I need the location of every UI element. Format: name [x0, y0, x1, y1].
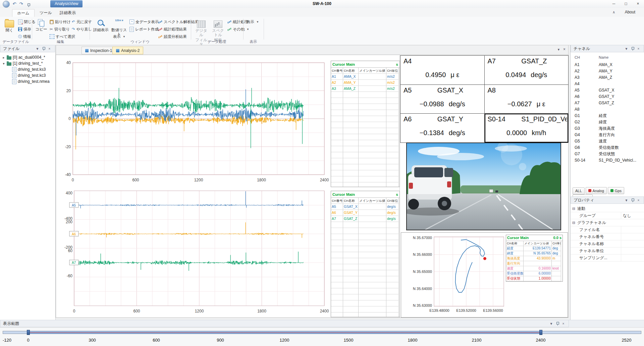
document-tab-analysis-2[interactable]: Analysis-2: [112, 47, 143, 54]
tab-detail-view[interactable]: 詳細表示: [55, 9, 80, 16]
channel-row-A5[interactable]: A5GSAT_X: [571, 87, 644, 94]
save-button[interactable]: 保存: [18, 26, 31, 33]
cursor-value-table-acceleration[interactable]: Cursor MainsCH番号CH名称メインカーソル値CH単位A1AMA_Xm…: [331, 61, 400, 187]
collapse-ribbon-icon[interactable]: ∧: [612, 10, 615, 14]
cut-button[interactable]: ✂ 切り取り: [50, 26, 70, 33]
property-row[interactable]: チャネル名称: [571, 240, 644, 247]
expander-icon[interactable]: ▸: [2, 56, 5, 59]
channel-row-A4[interactable]: A4: [571, 81, 644, 87]
tree-item-folder[interactable]: ▸[0] ac_dual0004_*: [0, 54, 55, 60]
info-button[interactable]: ⓘ 情報: [18, 33, 31, 40]
all-data-view-button[interactable]: ~ 全データ表示: [129, 18, 159, 25]
spectrum-result-button[interactable]: スペクトル解析結果: [158, 18, 199, 25]
numeric-display-S0-14[interactable]: S0-14S1_PID_0D_Ve0.0000km/h: [485, 114, 569, 142]
tree-item-file[interactable]: driving_test.nmea: [0, 78, 55, 84]
select-all-button[interactable]: すべて選択: [50, 33, 75, 40]
channel-row-A3[interactable]: A3AMA_Z: [571, 74, 644, 81]
statistics-button[interactable]: 統計処理: [227, 18, 248, 25]
close-icon[interactable]: ×: [636, 47, 641, 51]
dropdown-icon[interactable]: ▼: [624, 47, 629, 51]
dropdown-icon[interactable]: ▼: [35, 47, 40, 51]
channel-row-A1[interactable]: A1AMA_X: [571, 62, 644, 68]
tab-list-dropdown-icon[interactable]: ▼: [557, 48, 560, 51]
channel-row-G6[interactable]: G6受信衛星数: [571, 145, 644, 151]
channel-row-G7[interactable]: G7受信状態: [571, 151, 644, 157]
property-row[interactable]: サンプリング...: [571, 254, 644, 262]
dropdown-icon[interactable]: ▼: [624, 198, 629, 202]
numeric-list-button[interactable]: 数値リスト: [111, 18, 127, 33]
pin-icon[interactable]: [555, 322, 560, 326]
range-end-handle[interactable]: [539, 330, 542, 335]
channel-row-G1[interactable]: G1経度: [571, 113, 644, 119]
filter-button-all[interactable]: ALL: [573, 187, 585, 194]
tab-home[interactable]: ホーム: [12, 9, 35, 17]
undo-icon[interactable]: ↶: [11, 1, 17, 7]
copy-button[interactable]: コピー: [34, 18, 48, 32]
channel-row-G2[interactable]: G2緯度: [571, 119, 644, 125]
maximize-button[interactable]: □: [620, 0, 632, 8]
channel-row-G5[interactable]: G5速度: [571, 138, 644, 145]
open-file-button[interactable]: 開く: [2, 18, 17, 33]
numeric-display-A6[interactable]: A6GSAT_Y−0.1384deg/s: [400, 114, 484, 142]
collapse-box-icon[interactable]: ⊟: [572, 219, 575, 226]
tab-close-icon[interactable]: ×: [563, 47, 566, 52]
channel-row-A6[interactable]: A6GSAT_Y: [571, 94, 644, 100]
numeric-display-A5[interactable]: A5GSAT_X−0.0988deg/s: [400, 85, 484, 114]
minimize-button[interactable]: ─: [608, 0, 620, 8]
property-row[interactable]: グループなし: [571, 212, 644, 219]
channel-row-S0-14[interactable]: S0-14S1_PID_0D_Vehicl...: [571, 157, 644, 164]
close-icon[interactable]: ×: [636, 198, 641, 202]
cursor-value-table-gyro[interactable]: Cursor MainsCH番号CH名称メインカーソル値CH単位A5GSAT_X…: [331, 191, 400, 317]
app-logo-icon[interactable]: [3, 1, 10, 8]
application-menu-button[interactable]: AnalysisView: [50, 0, 83, 7]
gyro-waveform-svg[interactable]: 0600120018002400400-400A5200-200A660-60A…: [61, 188, 329, 317]
property-group-連動[interactable]: ⊟連動: [571, 205, 644, 212]
about-button[interactable]: About: [625, 10, 635, 14]
undo-button[interactable]: ↶ 元に戻す: [72, 18, 92, 25]
property-row[interactable]: チャネル番号: [571, 233, 644, 240]
tree-item-file[interactable]: driving_test.kc3: [0, 72, 55, 78]
numeric-display-A7[interactable]: A7GSAT_Z0.0494deg/s: [485, 56, 569, 84]
filter-button-gps[interactable]: Gps: [608, 187, 624, 194]
tree-item-file[interactable]: driving_test.ks3: [0, 66, 55, 72]
pin-icon[interactable]: [630, 198, 635, 203]
gyro-waveform-chart[interactable]: 0600120018002400400-400A5200-200A660-60A…: [61, 188, 329, 317]
detail-view-button[interactable]: 詳細表示: [92, 18, 110, 32]
spectrum-analysis-button[interactable]: スペクトル 解析: [210, 18, 226, 42]
redo-icon[interactable]: ↷: [18, 1, 24, 7]
acceleration-waveform-chart[interactable]: 060012001800240040200-20-40: [61, 58, 329, 186]
tab-tools[interactable]: ツール: [35, 9, 57, 16]
numeric-display-A8[interactable]: A8−0.0627μ ε: [485, 85, 569, 114]
close-file-button[interactable]: 閉じる: [18, 18, 36, 25]
expander-icon[interactable]: ▾: [2, 62, 5, 65]
pin-icon[interactable]: [41, 47, 46, 51]
gps-cursor-table[interactable]: Cursor Main0.0 sCH名称メインカーソル値CH単位経度E139.5…: [506, 235, 563, 282]
channel-row-G3[interactable]: G3海抜高度: [571, 125, 644, 132]
view-dropdown[interactable]: 表示 ▼: [247, 18, 259, 25]
property-row[interactable]: チャネル単位: [571, 247, 644, 254]
create-report-button[interactable]: レポート作成: [129, 26, 159, 33]
numeric-display-A4[interactable]: A40.4950μ ε: [400, 56, 484, 84]
collapse-box-icon[interactable]: ⊟: [572, 205, 575, 212]
close-icon[interactable]: ×: [561, 322, 566, 326]
range-start-handle[interactable]: [27, 330, 30, 335]
other-processing-dropdown[interactable]: その他 ▼: [227, 26, 249, 33]
channel-row-A7[interactable]: A7GSAT_Z: [571, 100, 644, 106]
channel-row-A2[interactable]: A2AMA_Y: [571, 68, 644, 74]
document-tab-inspection-1[interactable]: Inspection-1: [82, 47, 116, 54]
redo-button[interactable]: ↷ やり直し: [72, 26, 92, 33]
pin-icon[interactable]: [630, 47, 635, 51]
window-view-dropdown[interactable]: 表示 ▼: [113, 33, 125, 40]
close-icon[interactable]: ×: [47, 47, 52, 51]
stats-result-button[interactable]: 統計処理結果: [158, 26, 187, 33]
paste-button[interactable]: 貼り付け: [50, 18, 71, 25]
filter-button-analog[interactable]: Analog: [586, 187, 607, 194]
channel-row-A8[interactable]: A8: [571, 106, 644, 113]
close-button[interactable]: ×: [632, 0, 644, 8]
property-group-グラフチャネル[interactable]: ⊟グラフチャネル: [571, 219, 644, 226]
dropdown-icon[interactable]: ▼: [549, 322, 554, 326]
acceleration-waveform-svg[interactable]: 060012001800240040200-20-40: [61, 58, 329, 186]
tree-item-folder[interactable]: ▾[1] driving_test_*: [0, 60, 55, 66]
property-row[interactable]: ファイル名: [571, 226, 644, 233]
pin-icon[interactable]: [25, 1, 32, 8]
